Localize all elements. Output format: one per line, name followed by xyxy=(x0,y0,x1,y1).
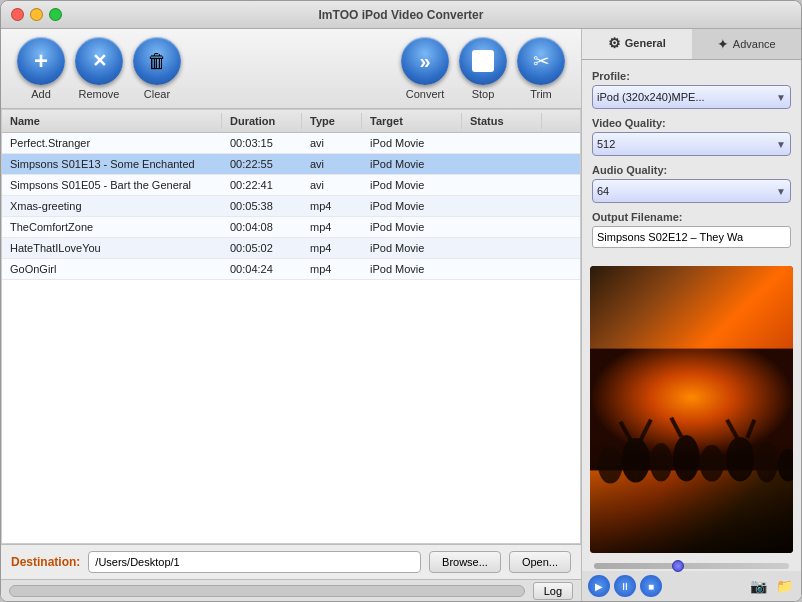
star-icon: ✦ xyxy=(717,36,729,52)
close-button[interactable] xyxy=(11,8,24,21)
audio-quality-label: Audio Quality: xyxy=(592,164,791,176)
tab-general[interactable]: ⚙ General xyxy=(582,29,692,59)
scissors-icon xyxy=(533,49,550,73)
convert-button[interactable]: » xyxy=(401,37,449,85)
cell-status xyxy=(462,177,542,193)
table-row[interactable]: Simpsons S01E05 - Bart the General00:22:… xyxy=(2,175,580,196)
profile-value: iPod (320x240)MPE... xyxy=(597,91,705,103)
progress-bar xyxy=(9,585,525,597)
add-group: Add xyxy=(17,37,65,100)
output-filename-input[interactable] xyxy=(592,226,791,248)
video-quality-value: 512 xyxy=(597,138,615,150)
cell-type: avi xyxy=(302,177,362,193)
stop-label: Stop xyxy=(472,88,495,100)
minimize-button[interactable] xyxy=(30,8,43,21)
add-button[interactable] xyxy=(17,37,65,85)
profile-group: Profile: iPod (320x240)MPE... ▼ xyxy=(592,70,791,109)
cell-duration: 00:22:41 xyxy=(222,177,302,193)
cell-status xyxy=(462,219,542,235)
cell-duration: 00:04:24 xyxy=(222,261,302,277)
tabs: ⚙ General ✦ Advance xyxy=(582,29,801,60)
cell-status xyxy=(462,261,542,277)
remove-button[interactable] xyxy=(75,37,123,85)
bottom-bar: Destination: Browse... Open... xyxy=(1,544,581,579)
trash-icon: 🗑 xyxy=(147,50,167,73)
destination-input[interactable] xyxy=(88,551,421,573)
cell-type: avi xyxy=(302,135,362,151)
clear-button[interactable]: 🗑 xyxy=(133,37,181,85)
table-body: Perfect.Stranger00:03:15aviiPod MovieSim… xyxy=(2,133,580,544)
cell-name: Xmas-greeting xyxy=(2,198,222,214)
trim-group: Trim xyxy=(517,37,565,100)
scrubber-track[interactable] xyxy=(594,563,789,569)
svg-point-1 xyxy=(598,447,622,484)
profile-select[interactable]: iPod (320x240)MPE... ▼ xyxy=(592,85,791,109)
stop-video-button[interactable]: ■ xyxy=(640,575,662,597)
pause-button[interactable]: ⏸ xyxy=(614,575,636,597)
right-panel: ⚙ General ✦ Advance Profile: iPod (320x2… xyxy=(581,29,801,601)
cell-type: avi xyxy=(302,156,362,172)
preview-svg xyxy=(590,266,793,553)
video-quality-label: Video Quality: xyxy=(592,117,791,129)
cell-type: mp4 xyxy=(302,240,362,256)
cell-duration: 00:05:38 xyxy=(222,198,302,214)
log-button[interactable]: Log xyxy=(533,582,573,600)
window-title: ImTOO iPod Video Converter xyxy=(319,8,484,22)
x-icon xyxy=(92,50,107,72)
status-bar: Log xyxy=(1,579,581,601)
svg-point-5 xyxy=(700,445,724,482)
left-panel: Add Remove 🗑 Clear » xyxy=(1,29,581,601)
cell-name: HateThatILoveYou xyxy=(2,240,222,256)
open-button[interactable]: Open... xyxy=(509,551,571,573)
cell-duration: 00:05:02 xyxy=(222,240,302,256)
maximize-button[interactable] xyxy=(49,8,62,21)
svg-point-7 xyxy=(755,442,777,483)
trim-button[interactable] xyxy=(517,37,565,85)
audio-quality-value: 64 xyxy=(597,185,609,197)
preview-image xyxy=(590,266,793,553)
screenshot-button[interactable]: 📷 xyxy=(747,575,769,597)
table-row[interactable]: GoOnGirl00:04:24mp4iPod Movie xyxy=(2,259,580,280)
remove-group: Remove xyxy=(75,37,123,100)
table-row[interactable]: Xmas-greeting00:05:38mp4iPod Movie xyxy=(2,196,580,217)
table-row[interactable]: HateThatILoveYou00:05:02mp4iPod Movie xyxy=(2,238,580,259)
cell-status xyxy=(462,240,542,256)
profile-arrow-icon: ▼ xyxy=(776,92,786,103)
window-controls xyxy=(11,8,62,21)
general-tab-label: General xyxy=(625,37,666,49)
cell-target: iPod Movie xyxy=(362,177,462,193)
cell-name: Simpsons S01E05 - Bart the General xyxy=(2,177,222,193)
video-quality-select[interactable]: 512 ▼ xyxy=(592,132,791,156)
cell-target: iPod Movie xyxy=(362,219,462,235)
settings-area: Profile: iPod (320x240)MPE... ▼ Video Qu… xyxy=(582,60,801,258)
scrubber-area xyxy=(582,561,801,571)
cell-type: mp4 xyxy=(302,198,362,214)
output-filename-label: Output Filename: xyxy=(592,211,791,223)
cell-target: iPod Movie xyxy=(362,261,462,277)
clear-group: 🗑 Clear xyxy=(133,37,181,100)
play-button[interactable]: ▶ xyxy=(588,575,610,597)
svg-rect-0 xyxy=(590,349,793,471)
video-quality-group: Video Quality: 512 ▼ xyxy=(592,117,791,156)
stop-button[interactable] xyxy=(459,37,507,85)
cell-duration: 00:03:15 xyxy=(222,135,302,151)
svg-point-2 xyxy=(621,438,649,483)
titlebar: ImTOO iPod Video Converter xyxy=(1,1,801,29)
header-duration: Duration xyxy=(222,113,302,129)
cell-name: Simpsons S01E13 - Some Enchanted xyxy=(2,156,222,172)
main-content: Add Remove 🗑 Clear » xyxy=(1,29,801,601)
scrubber-thumb[interactable] xyxy=(672,560,684,572)
browse-button[interactable]: Browse... xyxy=(429,551,501,573)
audio-quality-select[interactable]: 64 ▼ xyxy=(592,179,791,203)
table-row[interactable]: TheComfortZone00:04:08mp4iPod Movie xyxy=(2,217,580,238)
main-window: ImTOO iPod Video Converter Add Remove xyxy=(0,0,802,602)
header-name: Name xyxy=(2,113,222,129)
table-row[interactable]: Perfect.Stranger00:03:15aviiPod Movie xyxy=(2,133,580,154)
tab-advance[interactable]: ✦ Advance xyxy=(692,29,802,59)
header-status: Status xyxy=(462,113,542,129)
table-row[interactable]: Simpsons S01E13 - Some Enchanted00:22:55… xyxy=(2,154,580,175)
folder-button[interactable]: 📁 xyxy=(773,575,795,597)
header-type: Type xyxy=(302,113,362,129)
cell-name: TheComfortZone xyxy=(2,219,222,235)
trim-label: Trim xyxy=(530,88,552,100)
